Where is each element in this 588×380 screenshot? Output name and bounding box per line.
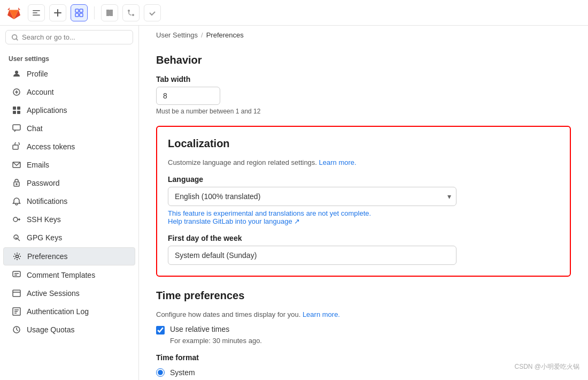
sidebar-item-label: Applications	[27, 106, 67, 115]
tab-check-btn[interactable]	[144, 4, 161, 21]
tab-width-label: Tab width	[156, 75, 571, 83]
password-icon	[12, 178, 21, 188]
use-relative-times-row: Use relative times	[156, 325, 571, 335]
svg-rect-16	[13, 125, 20, 130]
svg-point-10	[15, 71, 18, 74]
language-select-wrapper: English (100% translated) ▾	[168, 187, 457, 206]
sidebar-section-title: User settings	[0, 49, 138, 65]
sidebar-item-label: Password	[27, 179, 59, 187]
svg-rect-1	[33, 12, 37, 13]
language-select[interactable]: English (100% translated)	[168, 187, 457, 206]
sidebar-item-auth-log[interactable]: Authentication Log	[3, 303, 135, 320]
sidebar-item-access-tokens[interactable]: Access tokens	[3, 138, 135, 155]
sidebar-item-chat[interactable]: Chat	[3, 120, 135, 137]
sidebar-item-usage-quotas[interactable]: Usage Quotas	[3, 321, 135, 338]
sessions-icon	[12, 288, 21, 298]
sidebar-item-password[interactable]: Password	[3, 174, 135, 192]
sidebar-toggle-btn[interactable]	[28, 4, 45, 21]
breadcrumb-parent[interactable]: User Settings	[156, 31, 198, 39]
localization-learn-more[interactable]: Learn more.	[319, 158, 357, 166]
svg-rect-14	[13, 111, 16, 114]
search-bar[interactable]: Search or go to...	[5, 30, 133, 44]
sidebar-item-label: Access tokens	[27, 142, 75, 151]
sidebar-item-label: Comment Templates	[27, 271, 95, 279]
sidebar-item-label: Emails	[27, 161, 49, 169]
tab-width-input[interactable]	[156, 87, 220, 105]
tab-width-hint: Must be a number between 1 and 12	[156, 108, 571, 115]
svg-point-21	[13, 217, 18, 222]
sidebar: Search or go to... User settings Profile…	[0, 26, 139, 380]
preferences-icon	[12, 252, 22, 261]
breadcrumb: User Settings / Preferences	[156, 26, 571, 48]
sidebar-item-comment-templates[interactable]: Comment Templates	[3, 267, 135, 284]
grid-view-btn[interactable]	[71, 4, 88, 21]
token-icon	[12, 142, 21, 151]
sidebar-item-label: Account	[27, 88, 54, 96]
time-format-label: Time format	[156, 353, 571, 362]
new-item-btn[interactable]	[49, 4, 66, 21]
toolbar	[0, 0, 588, 26]
content-area: User Settings / Preferences Behavior Tab…	[139, 26, 588, 380]
applications-icon	[12, 105, 21, 115]
svg-point-8	[132, 14, 134, 16]
time-preferences-section: Time preferences Configure how dates and…	[156, 290, 571, 380]
time-format-radio-group: System 12-hour 8:34 PM	[156, 368, 571, 380]
tab-book-btn[interactable]	[101, 4, 118, 21]
svg-rect-25	[13, 290, 20, 297]
sidebar-item-profile[interactable]: Profile	[3, 65, 135, 82]
sidebar-item-preferences[interactable]: Preferences	[3, 247, 135, 265]
auth-icon	[12, 307, 21, 316]
sidebar-item-account[interactable]: Account	[3, 83, 135, 101]
sidebar-item-emails[interactable]: Emails	[3, 156, 135, 173]
sidebar-item-label: Notifications	[27, 197, 67, 206]
behavior-title: Behavior	[156, 54, 571, 66]
sidebar-item-label: Preferences	[27, 252, 67, 261]
watermark: CSDN @小明爱吃火锅	[514, 362, 579, 371]
use-relative-times-label: Use relative times	[170, 325, 229, 333]
behavior-section: Behavior Tab width Must be a number betw…	[156, 48, 571, 115]
breadcrumb-sep: /	[201, 31, 203, 39]
gpg-icon	[12, 233, 21, 242]
svg-rect-15	[17, 111, 20, 114]
time-preferences-title: Time preferences	[156, 290, 571, 302]
tab-merge-btn[interactable]	[122, 4, 140, 21]
svg-point-23	[16, 255, 19, 258]
sidebar-item-ssh-keys[interactable]: SSH Keys	[3, 211, 135, 228]
svg-rect-24	[13, 271, 20, 277]
time-format-system-row: System	[156, 368, 571, 377]
profile-icon	[12, 69, 21, 79]
svg-rect-2	[33, 14, 40, 16]
sidebar-item-active-sessions[interactable]: Active Sessions	[3, 285, 135, 302]
sidebar-item-gpg-keys[interactable]: GPG Keys	[3, 229, 135, 246]
breadcrumb-current: Preferences	[206, 31, 244, 39]
relative-times-hint: For example: 30 minutes ago.	[170, 337, 571, 345]
svg-point-20	[16, 184, 17, 185]
main-area: Search or go to... User settings Profile…	[0, 26, 588, 380]
sidebar-item-notifications[interactable]: Notifications	[3, 193, 135, 210]
time-preferences-desc: Configure how dates and times display fo…	[156, 310, 571, 318]
first-day-label: First day of the week	[168, 234, 559, 242]
svg-rect-12	[13, 107, 16, 110]
search-icon	[11, 34, 19, 41]
notifications-icon	[12, 196, 21, 206]
sidebar-item-label: Usage Quotas	[27, 325, 75, 334]
first-day-input[interactable]	[168, 246, 457, 265]
svg-rect-0	[33, 10, 40, 11]
sidebar-item-label: SSH Keys	[27, 215, 61, 224]
svg-rect-13	[17, 107, 20, 110]
ssh-icon	[12, 215, 21, 224]
localization-section: Localization Customize language and regi…	[156, 126, 571, 277]
svg-rect-3	[75, 9, 79, 12]
sidebar-item-label: GPG Keys	[27, 233, 62, 242]
search-placeholder: Search or go to...	[22, 33, 75, 41]
time-learn-more[interactable]: Learn more.	[303, 310, 340, 318]
language-label: Language	[168, 175, 559, 184]
time-format-system-radio[interactable]	[156, 368, 165, 377]
external-link-icon: ↗	[294, 217, 300, 225]
localization-desc: Customize language and region related se…	[168, 158, 559, 166]
translate-link[interactable]: Help translate GitLab into your language…	[168, 217, 300, 225]
sidebar-item-label: Authentication Log	[27, 307, 89, 316]
sidebar-item-applications[interactable]: Applications	[3, 102, 135, 119]
use-relative-times-checkbox[interactable]	[156, 326, 165, 335]
svg-point-7	[128, 10, 130, 12]
